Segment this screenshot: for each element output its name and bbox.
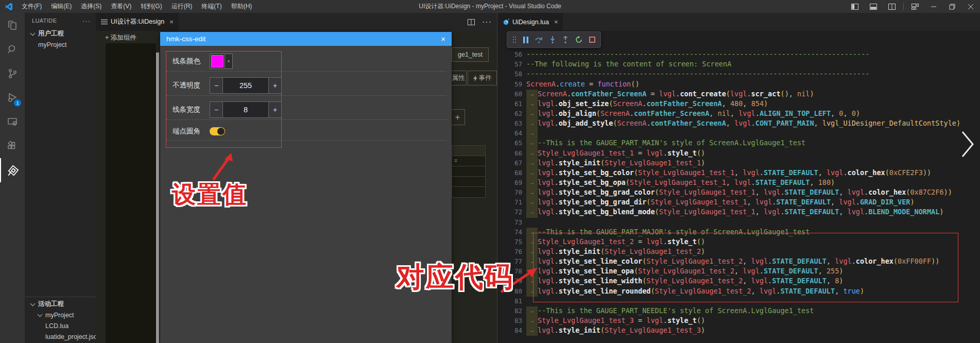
minimize-button[interactable] bbox=[924, 0, 943, 13]
code-line-78: 78→lvgl.style_set_line_opa(Style_LvglGau… bbox=[497, 266, 980, 276]
indent-marker: → bbox=[526, 228, 538, 237]
next-editor-chevron-icon[interactable] bbox=[961, 130, 974, 160]
add-component-button[interactable]: + 添加组件 bbox=[105, 33, 136, 42]
drag-handle-icon[interactable] bbox=[512, 36, 517, 43]
code-line-71: 71→lvgl.style_set_bg_grad_dir(Style_Lvgl… bbox=[497, 197, 980, 207]
code-tab-bar: UiDesign.lua × bbox=[497, 13, 980, 31]
code-line-75: 75→Style_LvglGauge1_test_2 = lvgl.style_… bbox=[497, 237, 980, 247]
tab-close-icon[interactable]: × bbox=[169, 18, 174, 26]
pause-icon[interactable] bbox=[523, 37, 528, 43]
code-line-67: 67→lvgl.style_init(Style_LvglGauge1_test… bbox=[497, 158, 980, 168]
explorer-icon[interactable] bbox=[0, 13, 25, 37]
step-out-icon[interactable] bbox=[562, 36, 569, 43]
sidebar-top-tree: 用户工程myProject bbox=[25, 28, 96, 50]
line-number: 62 bbox=[497, 109, 526, 118]
luatide-chip-icon[interactable] bbox=[0, 158, 26, 182]
indent-marker: → bbox=[526, 99, 538, 109]
layout-sidebar-icon[interactable] bbox=[846, 0, 864, 13]
events-button[interactable]: 事件 bbox=[468, 71, 497, 85]
line-number: 84 bbox=[497, 325, 526, 335]
indent-marker: → bbox=[526, 237, 538, 247]
source-control-icon[interactable] bbox=[0, 61, 25, 85]
menu-item[interactable]: 运行(R) bbox=[167, 0, 197, 13]
color-picker[interactable]: × bbox=[210, 54, 233, 69]
tree-item[interactable]: myProject bbox=[25, 39, 96, 50]
close-window-button[interactable] bbox=[961, 0, 980, 13]
color-swatch[interactable] bbox=[211, 55, 223, 67]
line-number: 66 bbox=[497, 148, 526, 158]
toggle-knob bbox=[217, 128, 225, 135]
code-line-59: 59ScreenA.create = function() bbox=[497, 79, 980, 89]
code-line-81: 81 bbox=[497, 296, 980, 306]
step-into-icon[interactable] bbox=[549, 36, 556, 43]
tree-item[interactable]: 用户工程 bbox=[25, 28, 96, 39]
sidebar-header: LUATIDE ··· bbox=[25, 13, 96, 28]
decrement-button[interactable]: − bbox=[210, 78, 222, 93]
tab-ui-designer[interactable]: UI设计器:UiDesign × bbox=[96, 13, 179, 31]
add-item-button[interactable]: + bbox=[450, 109, 465, 125]
menu-item[interactable]: 文件(F) bbox=[17, 0, 46, 13]
layout-panel-icon[interactable] bbox=[864, 0, 883, 13]
opacity-value[interactable]: 255 bbox=[222, 78, 269, 93]
menu-item[interactable]: 编辑(E) bbox=[46, 0, 76, 13]
menu-item[interactable]: 转到(G) bbox=[136, 0, 166, 13]
field-line-color: 线条颜色 × bbox=[173, 54, 233, 69]
code-line-60: 60→ScreenA.contFather_ScreenA = lvgl.con… bbox=[497, 89, 980, 99]
code-line-84: 84→lvgl.style_init(Style_LvglGauge1_test… bbox=[497, 325, 980, 335]
code-line-79: 79→lvgl.style_set_line_width(Style_LvglG… bbox=[497, 276, 980, 286]
menu-item[interactable]: 查看(V) bbox=[106, 0, 136, 13]
line-number: 67 bbox=[497, 158, 526, 168]
tree-item[interactable]: myProject bbox=[25, 310, 96, 320]
properties-button[interactable]: 属性 bbox=[450, 71, 467, 85]
code-line-58: 58--------------------------------------… bbox=[497, 69, 980, 79]
decrement-button[interactable]: − bbox=[210, 102, 222, 117]
designer-scrollbar[interactable] bbox=[156, 53, 159, 343]
field-label: 线条颜色 bbox=[173, 57, 210, 66]
lightning-icon bbox=[473, 75, 477, 81]
indent-marker: → bbox=[526, 198, 538, 208]
indent-marker: → bbox=[526, 287, 538, 297]
step-over-icon[interactable] bbox=[535, 37, 543, 43]
menu-item[interactable]: 终端(T) bbox=[197, 0, 226, 13]
designer-canvas[interactable] bbox=[106, 43, 156, 343]
search-icon[interactable] bbox=[0, 37, 25, 61]
customize-layout-icon[interactable] bbox=[906, 0, 924, 13]
rounded-toggle[interactable] bbox=[210, 127, 225, 135]
designer-list-panel: = bbox=[452, 145, 486, 198]
dialog-close-icon[interactable]: × bbox=[441, 35, 445, 43]
menu-item[interactable]: 选择(S) bbox=[76, 0, 106, 13]
increment-button[interactable]: + bbox=[269, 78, 281, 93]
restore-button[interactable] bbox=[943, 0, 961, 13]
layout-split-icon[interactable] bbox=[883, 0, 901, 13]
code-line-76: 76→lvgl.style_init(Style_LvglGauge1_test… bbox=[497, 247, 980, 256]
restart-icon[interactable] bbox=[575, 36, 582, 43]
more-actions-icon[interactable]: ··· bbox=[82, 17, 91, 25]
tree-item[interactable]: LCD.lua bbox=[25, 320, 96, 331]
more-actions-icon[interactable]: ··· bbox=[482, 18, 492, 27]
field-opacity: 不透明度 − 255 + bbox=[173, 77, 282, 94]
code-area[interactable]: 5556------------------------------------… bbox=[497, 31, 980, 343]
indent-marker: → bbox=[526, 149, 538, 159]
extensions-icon[interactable] bbox=[0, 134, 25, 158]
dialog-header[interactable]: hmk-css-edit × bbox=[160, 32, 452, 46]
line-number: 76 bbox=[497, 247, 526, 256]
tab-close-icon[interactable]: × bbox=[554, 18, 558, 26]
clear-color-icon[interactable]: × bbox=[225, 55, 232, 68]
title-bar: 文件(F)编辑(E)选择(S)查看(V)转到(G)运行(R)终端(T)帮助(H)… bbox=[0, 0, 980, 13]
remote-explorer-icon[interactable] bbox=[0, 110, 25, 134]
chevron-down-icon bbox=[30, 30, 36, 36]
tree-item[interactable]: 活动工程 bbox=[25, 299, 96, 310]
widget-name-input[interactable]: ge1_test bbox=[452, 47, 489, 62]
split-editor-icon[interactable] bbox=[468, 19, 475, 25]
tab-uidesign-lua[interactable]: UiDesign.lua × bbox=[497, 13, 563, 31]
tree-item[interactable]: luatide_project.json bbox=[25, 331, 96, 342]
increment-button[interactable]: + bbox=[269, 102, 281, 117]
menu-item[interactable]: 帮助(H) bbox=[227, 0, 257, 13]
chevron-down-icon bbox=[38, 312, 43, 317]
run-debug-icon[interactable]: 1 bbox=[0, 85, 25, 110]
indent-marker: → bbox=[526, 277, 538, 286]
line-width-value[interactable]: 8 bbox=[222, 102, 269, 117]
stop-icon[interactable] bbox=[589, 37, 595, 43]
sidebar-bottom-tree: 活动工程myProjectLCD.lualuatide_project.json bbox=[25, 297, 96, 342]
line-number: 73 bbox=[497, 217, 526, 227]
